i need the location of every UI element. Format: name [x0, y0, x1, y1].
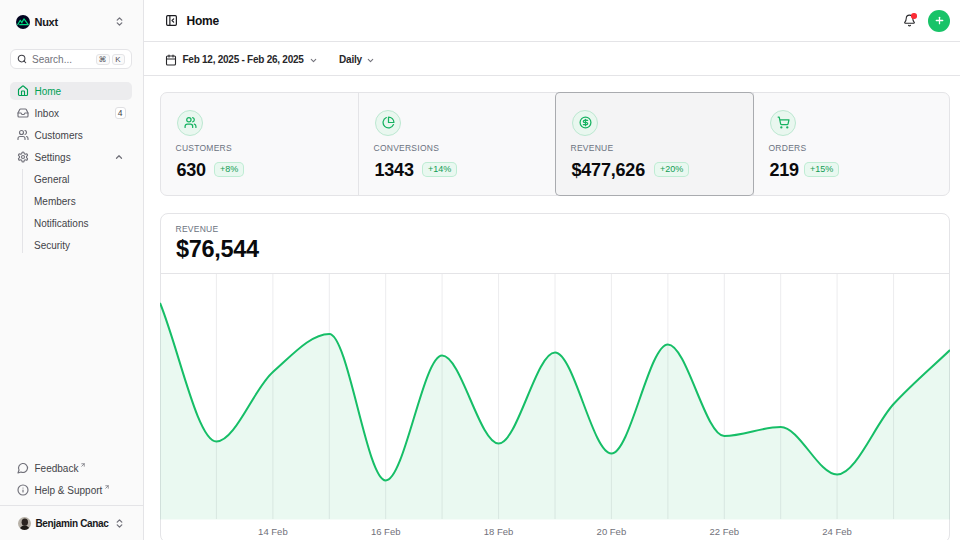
svg-text:18 Feb: 18 Feb: [484, 526, 514, 537]
svg-text:24 Feb: 24 Feb: [822, 526, 852, 537]
svg-text:14 Feb: 14 Feb: [258, 526, 288, 537]
svg-text:16 Feb: 16 Feb: [371, 526, 401, 537]
svg-text:20 Feb: 20 Feb: [597, 526, 627, 537]
svg-text:22 Feb: 22 Feb: [710, 526, 740, 537]
